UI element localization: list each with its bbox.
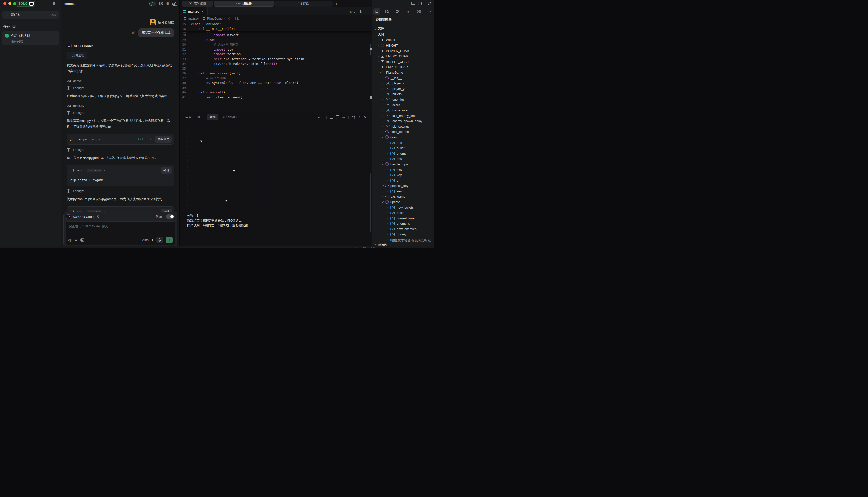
close-panel-icon[interactable]: ✕ [364,115,367,119]
outline-item-bullets[interactable]: []bullets [372,91,434,97]
file-tab-mainpy[interactable]: main.py ✕ [180,8,208,15]
status-bar[interactable]: 行 17, 列 25 空格: 4 UTF-8 LF {} Python 3.9.… [0,246,434,248]
tab-editor[interactable]: </> 编辑器 [214,1,274,6]
sparkle-icon[interactable]: ✦ [151,238,154,242]
outline-item-bullet[interactable]: []bullet [372,210,434,215]
explorer-more-icon[interactable]: ⋯ [428,18,431,22]
outline-item-new_enemies[interactable]: []new_enemies [372,226,434,231]
outline-item-key[interactable]: []key [372,188,434,194]
outline-item-enemy[interactable]: []enemy [372,151,434,156]
open-terminal-button[interactable]: 终端 [161,167,172,174]
outline-item-score[interactable]: []score [372,102,434,108]
search-icon[interactable] [384,8,391,15]
mic-button[interactable] [156,237,163,243]
window-controls[interactable] [3,2,16,5]
terminal-settings-icon[interactable] [352,116,355,119]
ref-row-demo1[interactable]: demo1 [67,79,174,83]
tab-live-follow[interactable]: 实时跟随 [182,1,213,6]
section-files[interactable]: 文件 [372,26,434,31]
outline-item-new_bullets[interactable]: []new_bullets [372,204,434,210]
terminal-command-card[interactable]: demo1 Auto Run › 终端 pip install pygame [67,165,174,186]
task-item[interactable]: ✓ 创建飞机大战 ⋯ 任务完成 [2,31,59,45]
kill-terminal-icon[interactable] [336,116,339,119]
terminal-scrollbar[interactable] [370,173,371,232]
outline-item-BULLET_CHAR[interactable]: BULLET_CHAR [372,59,434,64]
close-tab-icon[interactable]: ✕ [201,10,204,13]
new-chat-icon[interactable] [159,2,163,6]
retry-icon[interactable]: ↺ [132,31,135,35]
outline-item-row[interactable]: []row [372,156,434,161]
plan-toggle[interactable] [166,214,174,219]
outline-item-last_enemy_time[interactable]: []last_enemy_time [372,113,434,118]
account-avatar-icon[interactable] [172,2,176,6]
outline-item-clear_screen[interactable]: fclear_screen [372,129,434,134]
outline-item-process_key[interactable]: fprocess_key [372,183,434,188]
split-terminal-icon[interactable] [330,116,333,119]
run-debug-icon[interactable]: ◈ [405,8,412,15]
outline-item-old_settings[interactable]: []old_settings [372,124,434,129]
tab-debug-console[interactable]: 调试控制台 [219,114,240,120]
model-auto-label[interactable]: Auto [142,238,149,242]
outline-item-grid[interactable]: []grid [372,140,434,145]
toggle-right-panel-icon[interactable] [418,2,422,5]
outline-item-PLAYER_CHAR[interactable]: PLAYER_CHAR [372,48,434,54]
follow-down-button[interactable]: ↓ › [149,1,156,6]
tools-icon[interactable]: ⚒ [96,215,99,218]
minimize-window-icon[interactable] [8,2,11,5]
tab-terminal-active[interactable]: 终端 [207,114,218,120]
message-input[interactable]: 您正在与 SOLO Coder 聊天 @ # Auto ✦ ↑ [66,221,175,245]
terminal-more-icon[interactable]: ⋯ [342,115,345,119]
maximize-panel-icon[interactable]: ∧ [358,115,361,119]
run-file-button[interactable]: ▷ ⌄ [350,10,355,13]
breadcrumb[interactable]: main.py › PlaneGame › f __init__ [180,15,372,22]
editor-more-icon[interactable]: ⋯ [365,10,369,13]
outline-item-enemy_spawn_delay[interactable]: []enemy_spawn_delay [372,118,434,124]
send-button[interactable]: ↑ [166,237,173,243]
code-editor[interactable]: 15class PlaneGame:16 def __init__(self):… [180,22,372,112]
close-window-icon[interactable] [3,2,6,5]
outline-item-handle_input[interactable]: fhandle_input [372,161,434,167]
outline-item-enemy_x[interactable]: []enemy_x [372,221,434,226]
section-outline[interactable]: 大纲 [372,32,434,37]
outline-item-exit_game[interactable]: fexit_game [372,194,434,199]
outline-item-current_time[interactable]: []current_time [372,215,434,221]
sidebar-toggle-icon[interactable] [53,2,57,5]
more-views-chevron-icon[interactable] [426,8,433,15]
solo-mode-badge[interactable]: SOLO [16,1,35,6]
ref-row-mainpy[interactable]: main.py [67,104,174,108]
outline-item-PlaneGame[interactable]: PlaneGame [372,70,434,75]
outline-item-WIDTH[interactable]: WIDTH [372,37,434,43]
new-tab-icon[interactable]: ＋ [333,1,340,6]
thinking-process-toggle[interactable]: ›思考过程 [67,52,87,59]
source-control-icon[interactable] [395,8,401,15]
outline-item-bullet[interactable]: []bullet [372,145,434,151]
project-selector[interactable]: demo1⌄ [64,2,78,6]
outline-item-rlist[interactable]: []rlist [372,167,434,172]
settings-gear-icon[interactable]: ⚙ [166,1,169,6]
extensions-icon[interactable] [416,8,423,15]
outline-item-key[interactable]: []key [372,172,434,178]
files-view-icon[interactable] [373,8,380,15]
notifications-bell-icon[interactable]: ⌖ [428,246,430,248]
new-task-button[interactable]: ＋ 新任务 ^⌘N [2,11,59,19]
tab-output[interactable]: 输出 [195,114,206,120]
split-editor-icon[interactable] [359,10,362,13]
outline-item-player_x[interactable]: []player_x [372,81,434,86]
outline-item-ENEMY_CHAR[interactable]: ENEMY_CHAR [372,54,434,59]
outline-item-update[interactable]: fupdate [372,199,434,204]
outline-item-__init__[interactable]: f__init__ [372,75,434,81]
outline-item-draw[interactable]: fdraw [372,134,434,140]
view-changes-button[interactable]: 查看变更 [155,136,172,143]
outline-item-enemies[interactable]: []enemies [372,97,434,102]
outline-item-player_y[interactable]: []player_y [372,86,434,91]
tab-terminal[interactable]: 终端 [274,1,333,6]
outline-tree[interactable]: WIDTHHEIGHTPLAYER_CHARENEMY_CHARBULLET_C… [372,37,434,242]
outline-item-HEIGHT[interactable]: HEIGHT [372,43,434,48]
task-more-icon[interactable]: ⋯ [53,34,56,38]
new-terminal-icon[interactable]: ＋ ⌄ [317,115,323,119]
collapse-window-icon[interactable] [428,2,431,5]
context-hash-icon[interactable]: # [75,238,77,242]
file-change-card[interactable]: main.py main.py +211 -66 查看变更 [67,134,174,145]
terminal-output[interactable]: ========================================… [187,124,264,233]
agent-mention[interactable]: @SOLO Coder [73,215,95,218]
